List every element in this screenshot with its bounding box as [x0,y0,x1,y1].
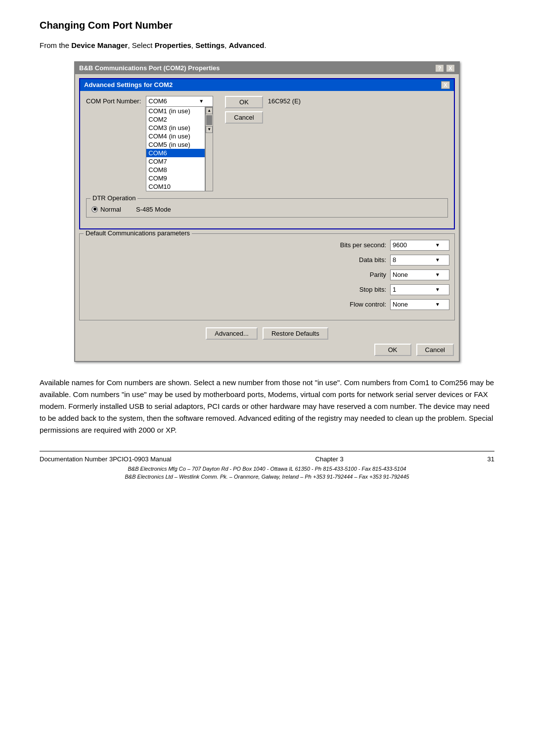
com-port-label: COM Port Number: [86,96,141,105]
inner-dialog-title: Advanced Settings for COM2 [84,81,173,89]
normal-radio-label: Normal [100,206,121,213]
scroll-down-button[interactable]: ▼ [206,126,213,133]
ok-cancel-col: OK Cancel [225,96,263,124]
page-number: 31 [488,455,494,463]
footer: Documentation Number 3PCIO1-0903 Manual … [40,451,494,481]
parity-label: Parity [370,271,386,278]
parity-dropdown[interactable]: None ▼ [390,269,449,280]
stop-bits-value: 1 [393,286,396,293]
intro-end: , [224,41,228,49]
normal-radio[interactable]: Normal [91,206,121,213]
flow-control-value: None [393,301,408,308]
advanced-text: Advanced [229,41,265,49]
chip-label: 16C952 (E) [268,96,301,105]
dtr-row: Normal S-485 Mode [91,206,443,213]
intro-text: From the [40,41,71,49]
outer-dialog-title: B&B Communications Port (COM2) Propertie… [79,64,220,72]
scroll-up-button[interactable]: ▲ [206,107,213,114]
bits-per-second-dropdown[interactable]: 9600 ▼ [390,240,449,251]
com-port-dropdown-area: COM6 ▼ COM1 (in use) COM2 COM3 (in use) … [146,96,213,191]
ok-outer-button[interactable]: OK [374,344,411,356]
list-item[interactable]: COM2 [146,115,205,124]
doc-number: Documentation Number 3PCIO1-0903 Manual [40,455,172,463]
device-manager-text: Device Manager [71,41,128,49]
parity-value: None [393,271,408,278]
com-port-scrollbar[interactable]: ▲ ▼ [205,107,213,191]
dropdown-arrow-icon: ▼ [435,242,440,248]
rs485-radio[interactable]: S-485 Mode [136,206,171,213]
dropdown-arrow-icon: ▼ [435,272,440,277]
properties-text: Properties [155,41,191,49]
intro-paragraph: From the Device Manager, Select Properti… [40,40,494,51]
radio-dot-icon [93,208,96,211]
com-port-list: COM1 (in use) COM2 COM3 (in use) COM4 (i… [146,107,205,191]
footer-address2: B&B Electronics Ltd – Westlink Comm. Pk.… [40,473,494,481]
inner-dialog-content: COM Port Number: COM6 ▼ COM1 (in use) CO… [80,91,454,228]
dropdown-arrow-icon: ▼ [435,302,440,307]
data-bits-label: Data bits: [359,256,386,264]
outer-bottom-buttons: OK Cancel [75,340,459,361]
list-item[interactable]: COM10 [146,182,205,191]
scroll-thumb[interactable] [206,115,212,125]
com-port-selected[interactable]: COM6 ▼ [146,96,213,107]
parity-row: Parity None ▼ [85,269,449,280]
comm-params-group-label: Default Communications parameters [84,229,192,237]
intro-mid: , Select [128,41,154,49]
intro-period: . [264,41,266,49]
advanced-button[interactable]: Advanced... [206,327,258,340]
list-item[interactable]: COM9 [146,174,205,182]
intro-mid2: , [191,41,195,49]
stop-bits-dropdown[interactable]: 1 ▼ [390,284,449,295]
list-item[interactable]: COM4 (in use) [146,132,205,140]
inner-close-button[interactable]: X [441,81,450,89]
dropdown-arrow-icon: ▼ [435,257,440,263]
comm-params-group: Default Communications parameters Bits p… [79,233,455,320]
comm-params-area: Default Communications parameters Bits p… [79,233,455,340]
outer-close-button[interactable]: X [446,64,455,72]
inner-dialog-titlebar: Advanced Settings for COM2 X [80,79,454,91]
footer-line1: Documentation Number 3PCIO1-0903 Manual … [40,455,494,463]
list-item[interactable]: COM7 [146,157,205,166]
flow-control-label: Flow control: [350,301,386,308]
dropdown-arrow-icon: ▼ [435,287,440,292]
body-text: Available names for Com numbers are show… [40,377,494,436]
com-port-list-area: COM1 (in use) COM2 COM3 (in use) COM4 (i… [146,107,213,191]
list-item[interactable]: COM8 [146,166,205,174]
list-item-selected[interactable]: COM6 [146,149,205,157]
com-port-selected-value: COM6 [148,97,167,105]
ok-inner-button[interactable]: OK [225,96,263,108]
dtr-group-label: DTR Operation [90,194,137,202]
dropdown-arrow-icon: ▼ [199,98,204,104]
chapter: Chapter 3 [315,455,344,463]
bits-per-second-value: 9600 [393,241,407,249]
bits-per-second-row: Bits per second: 9600 ▼ [85,240,449,251]
radio-circle-icon [91,206,98,213]
footer-address1: B&B Electronics Mfg Co – 707 Dayton Rd -… [40,465,494,473]
bits-per-second-label: Bits per second: [340,241,386,249]
data-bits-dropdown[interactable]: 8 ▼ [390,255,449,266]
cancel-outer-button[interactable]: Cancel [416,344,454,356]
restore-defaults-button[interactable]: Restore Defaults [263,327,328,340]
footer-line2: B&B Electronics Mfg Co – 707 Dayton Rd -… [40,465,494,481]
data-bits-row: Data bits: 8 ▼ [85,255,449,266]
stop-bits-label: Stop bits: [359,286,386,293]
cancel-inner-button[interactable]: Cancel [225,111,263,124]
outer-dialog-titlebar: B&B Communications Port (COM2) Propertie… [75,62,459,74]
inner-dialog: Advanced Settings for COM2 X COM Port Nu… [79,78,455,229]
data-bits-value: 8 [393,256,396,264]
outer-titlebar-buttons: ? X [435,64,455,72]
page-title: Changing Com Port Number [40,20,494,31]
help-button[interactable]: ? [435,64,444,72]
advanced-restore-buttons: Advanced... Restore Defaults [79,327,455,340]
rs485-radio-label: S-485 Mode [136,206,171,213]
list-item[interactable]: COM1 (in use) [146,107,205,115]
list-item[interactable]: COM3 (in use) [146,124,205,132]
settings-text: Settings [195,41,224,49]
outer-dialog: B&B Communications Port (COM2) Propertie… [74,61,460,362]
dtr-group: DTR Operation Normal S-485 Mode [86,198,448,218]
flow-control-row: Flow control: None ▼ [85,299,449,310]
stop-bits-row: Stop bits: 1 ▼ [85,284,449,295]
com-port-row: COM Port Number: COM6 ▼ COM1 (in use) CO… [86,96,448,191]
flow-control-dropdown[interactable]: None ▼ [390,299,449,310]
list-item[interactable]: COM5 (in use) [146,140,205,149]
